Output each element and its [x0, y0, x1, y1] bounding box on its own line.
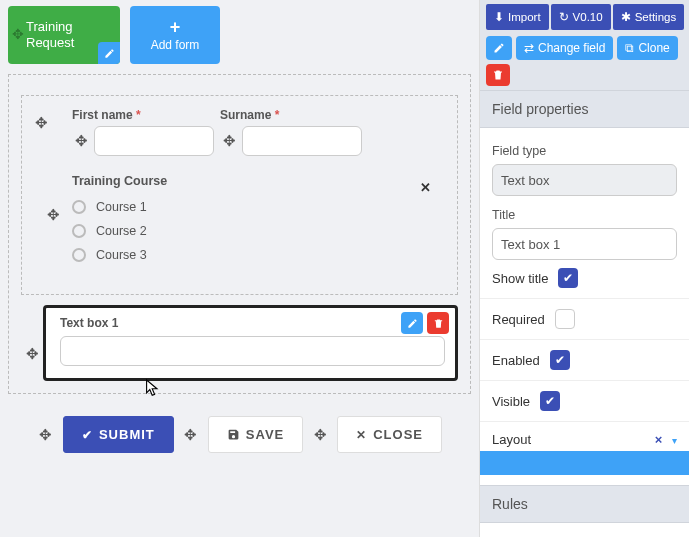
pencil-icon — [493, 42, 505, 54]
delete-field-button[interactable] — [427, 312, 449, 334]
clone-button[interactable]: ⧉ Clone — [617, 36, 677, 60]
close-icon: ✕ — [356, 428, 367, 442]
settings-button[interactable]: ✱ Settings — [613, 4, 685, 30]
move-icon[interactable]: ✥ — [311, 426, 329, 444]
radio-icon — [72, 224, 86, 238]
layout-dropdown[interactable] — [480, 451, 689, 475]
check-icon: ✔ — [545, 394, 555, 408]
move-icon[interactable]: ✥ — [182, 426, 200, 444]
swap-icon: ⇄ — [524, 41, 534, 55]
radio-option[interactable]: Course 2 — [72, 224, 447, 238]
radio-label: Course 1 — [96, 200, 147, 214]
delete-button[interactable] — [486, 64, 510, 86]
add-form-label: Add form — [151, 38, 200, 52]
button-label: SAVE — [246, 427, 284, 442]
change-field-button[interactable]: ⇄ Change field — [516, 36, 613, 60]
history-icon: ↻ — [559, 10, 569, 24]
button-label: Clone — [638, 41, 669, 55]
required-checkbox[interactable] — [555, 309, 575, 329]
section-title[interactable]: Rules — [480, 485, 689, 523]
button-label: Change field — [538, 41, 605, 55]
check-icon: ✔ — [555, 353, 565, 367]
clear-layout-button[interactable]: × — [655, 432, 663, 447]
pencil-icon — [104, 48, 115, 59]
form-canvas[interactable]: ✥ First name * ✥ Surname * — [8, 74, 471, 394]
gear-icon: ✱ — [621, 10, 631, 24]
field-group[interactable]: ✥ First name * ✥ Surname * — [21, 95, 458, 295]
edit-form-button[interactable] — [98, 42, 120, 64]
move-icon[interactable]: ✥ — [220, 132, 238, 150]
selected-field[interactable]: Text box 1 — [43, 305, 458, 381]
prop-label: Required — [492, 312, 545, 327]
edit-button[interactable] — [486, 36, 512, 60]
check-icon: ✔ — [563, 271, 573, 285]
prop-label: Show title — [492, 271, 548, 286]
radio-label: Course 3 — [96, 248, 147, 262]
field-type-input — [492, 164, 677, 196]
form-tab-title: Training Request — [26, 19, 106, 50]
move-icon[interactable]: ✥ — [37, 426, 55, 444]
close-button[interactable]: ✕ CLOSE — [337, 416, 442, 453]
prop-label: Enabled — [492, 353, 540, 368]
properties-sidebar: ⬇ Import ↻ V0.10 ✱ Settings ⇄ Cha — [479, 0, 689, 537]
button-label: Import — [508, 11, 541, 23]
prop-label: Field type — [492, 144, 677, 158]
field-label: Training Course — [72, 174, 447, 188]
save-icon — [227, 428, 240, 441]
submit-button[interactable]: ✔ SUBMIT — [63, 416, 174, 453]
radio-option[interactable]: Course 1 — [72, 200, 447, 214]
chevron-down-icon[interactable]: ▾ — [672, 435, 677, 446]
radio-icon — [72, 248, 86, 262]
copy-icon: ⧉ — [625, 41, 634, 55]
move-icon[interactable]: ✥ — [44, 206, 62, 224]
save-button[interactable]: SAVE — [208, 416, 303, 453]
radio-icon — [72, 200, 86, 214]
plus-icon: + — [170, 18, 181, 36]
move-icon[interactable]: ✥ — [32, 114, 50, 132]
add-form-button[interactable]: + Add form — [130, 6, 220, 64]
trash-icon — [433, 318, 444, 329]
button-label: V0.10 — [573, 11, 603, 23]
button-label: SUBMIT — [99, 427, 155, 442]
field-label: First name * — [72, 108, 214, 122]
prop-label: Title — [492, 208, 677, 222]
visible-checkbox[interactable]: ✔ — [540, 391, 560, 411]
button-label: Settings — [635, 11, 677, 23]
pencil-icon — [407, 318, 418, 329]
field-label: Surname * — [220, 108, 362, 122]
edit-field-button[interactable] — [401, 312, 423, 334]
trash-icon — [492, 69, 504, 81]
prop-label: Visible — [492, 394, 530, 409]
move-icon: ✥ — [12, 26, 24, 42]
first-name-input[interactable] — [94, 126, 214, 156]
enabled-checkbox[interactable]: ✔ — [550, 350, 570, 370]
show-title-checkbox[interactable]: ✔ — [558, 268, 578, 288]
section-title: Field properties — [480, 90, 689, 128]
active-form-tab[interactable]: ✥ Training Request — [8, 6, 120, 64]
move-icon[interactable]: ✥ — [23, 345, 41, 363]
surname-input[interactable] — [242, 126, 362, 156]
button-label: CLOSE — [373, 427, 423, 442]
radio-label: Course 2 — [96, 224, 147, 238]
title-input[interactable] — [492, 228, 677, 260]
version-button[interactable]: ↻ V0.10 — [551, 4, 611, 30]
prop-label: Layout — [492, 432, 531, 447]
check-icon: ✔ — [82, 428, 93, 442]
selected-field-title: Text box 1 — [60, 316, 445, 330]
radio-option[interactable]: Course 3 — [72, 248, 447, 262]
import-button[interactable]: ⬇ Import — [486, 4, 549, 30]
close-icon[interactable]: ✕ — [420, 180, 431, 195]
textbox-input[interactable] — [60, 336, 445, 366]
download-icon: ⬇ — [494, 10, 504, 24]
move-icon[interactable]: ✥ — [72, 132, 90, 150]
